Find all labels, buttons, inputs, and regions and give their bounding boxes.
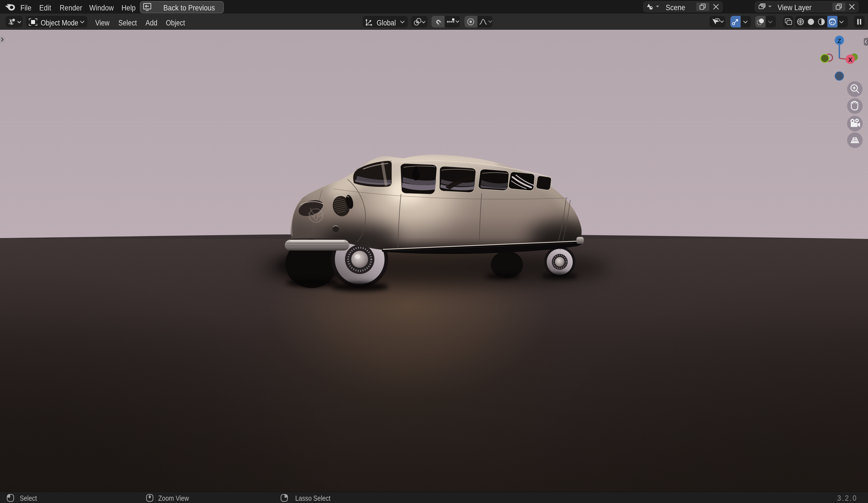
svg-text:Z: Z (837, 37, 841, 44)
svg-text:X: X (848, 56, 852, 63)
